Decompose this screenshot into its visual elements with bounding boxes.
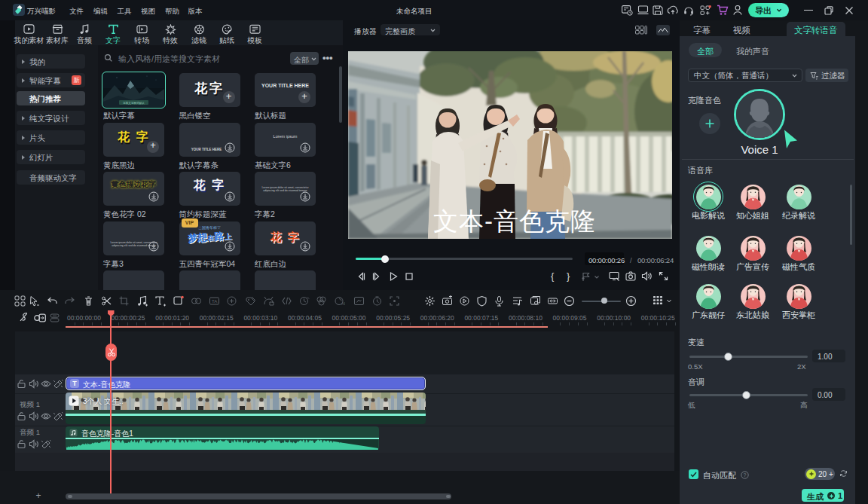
- svg-text:?: ?: [744, 472, 747, 478]
